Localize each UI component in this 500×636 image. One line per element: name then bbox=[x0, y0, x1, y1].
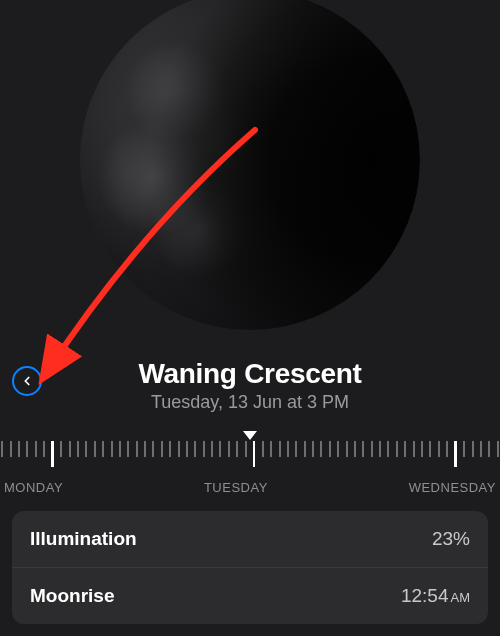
moon-stats-card: Illumination 23% Moonrise 12:54AM bbox=[12, 511, 488, 624]
stat-value: 12:54AM bbox=[401, 585, 470, 607]
phase-subtitle: Tuesday, 13 Jun at 3 PM bbox=[138, 392, 361, 413]
ruler-label-center: TUESDAY bbox=[204, 480, 268, 495]
ruler-indicator-icon bbox=[243, 431, 257, 440]
moon-image bbox=[80, 0, 420, 330]
ruler-label-right: WEDNESDAY bbox=[409, 480, 496, 495]
ruler-labels: MONDAY TUESDAY WEDNESDAY bbox=[0, 480, 500, 495]
stat-label: Illumination bbox=[30, 528, 137, 550]
moonrise-ampm: AM bbox=[451, 590, 471, 605]
stat-row-illumination: Illumination 23% bbox=[12, 511, 488, 568]
time-ruler[interactable]: MONDAY TUESDAY WEDNESDAY bbox=[0, 431, 500, 495]
back-button[interactable] bbox=[12, 366, 42, 396]
stat-value: 23% bbox=[432, 528, 470, 550]
chevron-left-icon bbox=[20, 374, 34, 388]
moonrise-time: 12:54 bbox=[401, 585, 449, 606]
ruler-label-left: MONDAY bbox=[4, 480, 63, 495]
stat-row-moonrise: Moonrise 12:54AM bbox=[12, 568, 488, 624]
phase-title: Waning Crescent bbox=[138, 358, 361, 390]
phase-header: Waning Crescent Tuesday, 13 Jun at 3 PM bbox=[0, 358, 500, 413]
stat-label: Moonrise bbox=[30, 585, 114, 607]
ruler-ticks bbox=[0, 441, 500, 469]
moon-illustration bbox=[0, 0, 500, 330]
